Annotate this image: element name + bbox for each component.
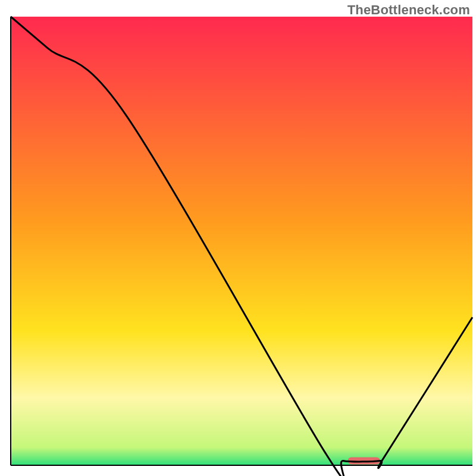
watermark-text: TheBottleneck.com [347,2,470,18]
plot-background [11,17,472,465]
bottleneck-chart: TheBottleneck.com [0,0,476,476]
chart-canvas [0,0,476,476]
